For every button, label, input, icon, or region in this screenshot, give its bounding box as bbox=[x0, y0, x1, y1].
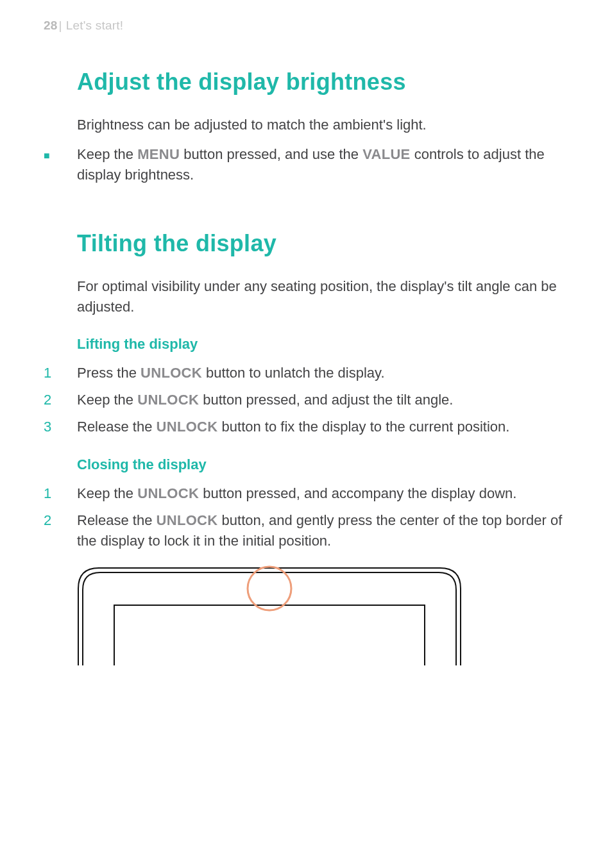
step-number: 3 bbox=[44, 417, 69, 437]
step-number: 2 bbox=[44, 510, 69, 531]
tilting-intro: For optimal visibility under any seating… bbox=[77, 276, 568, 317]
step-number: 1 bbox=[44, 363, 69, 383]
square-bullet-icon: ■ bbox=[44, 148, 69, 163]
closing-step-2: 2 Release the UNLOCK button, and gently … bbox=[77, 510, 568, 551]
page-number: 28 bbox=[44, 19, 58, 32]
text-fragment: button pressed, and use the bbox=[180, 146, 362, 162]
subheading-closing: Closing the display bbox=[77, 456, 568, 473]
lifting-step-2: 2 Keep the UNLOCK button pressed, and ad… bbox=[77, 390, 568, 410]
lifting-step-1-text: Press the UNLOCK button to unlatch the d… bbox=[77, 365, 385, 381]
section-title-tilting: Tilting the display bbox=[77, 230, 568, 257]
unlock-keyword: UNLOCK bbox=[157, 419, 218, 435]
value-keyword: VALUE bbox=[362, 146, 410, 162]
header-divider: | bbox=[59, 19, 62, 32]
brightness-intro: Brightness can be adjusted to match the … bbox=[77, 115, 568, 135]
touch-point-icon bbox=[248, 567, 291, 610]
closing-diagram bbox=[77, 563, 568, 665]
lifting-step-3: 3 Release the UNLOCK button to fix the d… bbox=[77, 417, 568, 437]
page-header: 28|Let's start! bbox=[44, 19, 568, 31]
text-fragment: Keep the bbox=[77, 146, 137, 162]
lifting-step-1: 1 Press the UNLOCK button to unlatch the… bbox=[77, 363, 568, 383]
brightness-bullet-text: Keep the MENU button pressed, and use th… bbox=[77, 146, 545, 183]
page: 28|Let's start! Adjust the display brigh… bbox=[0, 0, 612, 868]
closing-step-2-text: Release the UNLOCK button, and gently pr… bbox=[77, 512, 562, 549]
text-fragment: Release the bbox=[77, 419, 157, 435]
step-number: 2 bbox=[44, 390, 69, 410]
brightness-bullet-item: ■ Keep the MENU button pressed, and use … bbox=[77, 144, 568, 185]
chapter-title: Let's start! bbox=[66, 19, 123, 32]
section-brightness: Adjust the display brightness Brightness… bbox=[77, 69, 568, 185]
text-fragment: Press the bbox=[77, 365, 140, 381]
section-title-brightness: Adjust the display brightness bbox=[77, 69, 568, 96]
display-diagram-svg bbox=[77, 563, 462, 665]
step-number: 1 bbox=[44, 483, 69, 504]
text-fragment: button to fix the display to the current… bbox=[217, 419, 509, 435]
text-fragment: button to unlatch the display. bbox=[202, 365, 385, 381]
text-fragment: button pressed, and accompany the displa… bbox=[199, 485, 516, 501]
closing-step-1: 1 Keep the UNLOCK button pressed, and ac… bbox=[77, 483, 568, 504]
text-fragment: Release the bbox=[77, 512, 157, 528]
text-fragment: Keep the bbox=[77, 392, 137, 408]
unlock-keyword: UNLOCK bbox=[137, 392, 199, 408]
subheading-lifting: Lifting the display bbox=[77, 336, 568, 353]
unlock-keyword: UNLOCK bbox=[137, 485, 199, 501]
content-column: Adjust the display brightness Brightness… bbox=[77, 69, 568, 665]
lifting-step-3-text: Release the UNLOCK button to fix the dis… bbox=[77, 419, 509, 435]
unlock-keyword: UNLOCK bbox=[140, 365, 202, 381]
lifting-step-2-text: Keep the UNLOCK button pressed, and adju… bbox=[77, 392, 453, 408]
closing-step-1-text: Keep the UNLOCK button pressed, and acco… bbox=[77, 485, 516, 501]
menu-keyword: MENU bbox=[137, 146, 180, 162]
lifting-steps: 1 Press the UNLOCK button to unlatch the… bbox=[77, 363, 568, 437]
text-fragment: button pressed, and adjust the tilt angl… bbox=[199, 392, 453, 408]
unlock-keyword: UNLOCK bbox=[157, 512, 218, 528]
closing-steps: 1 Keep the UNLOCK button pressed, and ac… bbox=[77, 483, 568, 551]
text-fragment: Keep the bbox=[77, 485, 137, 501]
section-tilting: Tilting the display For optimal visibili… bbox=[77, 230, 568, 665]
